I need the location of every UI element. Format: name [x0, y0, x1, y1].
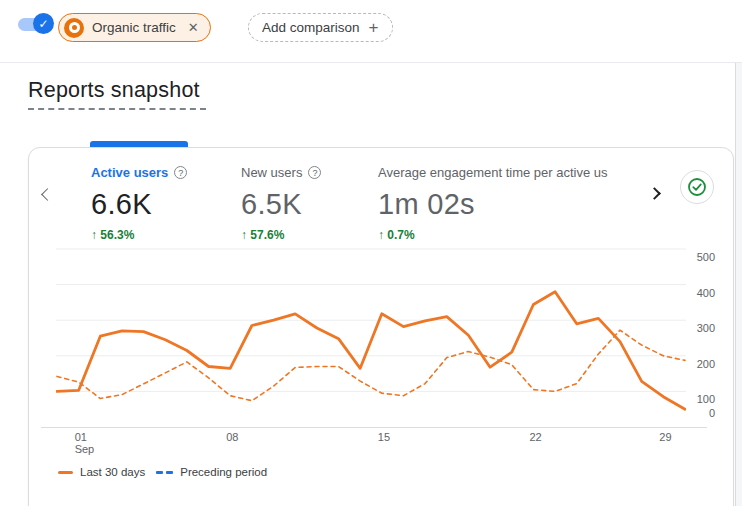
summary-card: Active users? 6.6K ↑ 56.3% New users? 6.… — [28, 147, 734, 506]
x-axis-tick-label: 29 — [659, 431, 671, 443]
metric-value: 1m 02s — [378, 188, 608, 221]
add-comparison-button[interactable]: Add comparison + — [248, 13, 393, 42]
comparison-chip-label: Organic traffic — [92, 20, 176, 35]
legend-label: Preceding period — [180, 466, 267, 478]
legend-dashed-line-icon — [156, 471, 173, 474]
toggle-check-icon: ✓ — [33, 13, 54, 34]
y-axis-tick-label: 100 — [687, 393, 715, 406]
page-title[interactable]: Reports snapshot — [28, 78, 206, 103]
metric-active-users[interactable]: Active users? 6.6K ↑ 56.3% — [91, 165, 187, 242]
metric-avg-engagement-time[interactable]: Average engagement time per active us 1m… — [378, 165, 608, 242]
metric-label[interactable]: New users — [241, 165, 302, 180]
top-toolbar: ✓ Organic traffic ✕ Add comparison + — [0, 0, 742, 62]
scroll-metrics-right-icon[interactable] — [648, 187, 661, 200]
toolbar-divider — [0, 62, 742, 63]
legend-solid-line-icon — [58, 471, 73, 474]
y-axis-tick-label: 300 — [687, 322, 715, 335]
y-axis-tick-label: 400 — [687, 287, 715, 300]
remove-comparison-icon[interactable]: ✕ — [188, 20, 199, 35]
scroll-metrics-left-icon[interactable] — [41, 188, 54, 201]
legend-label: Last 30 days — [80, 466, 145, 478]
chart-legend: Last 30 days Preceding period — [58, 466, 267, 478]
metric-label[interactable]: Active users — [91, 165, 168, 180]
legend-item-preceding-period: Preceding period — [156, 466, 267, 478]
x-axis-tick-label: 01Sep — [75, 431, 95, 455]
right-gutter — [735, 63, 742, 506]
metric-delta: ↑ 57.6% — [241, 228, 321, 242]
metric-new-users[interactable]: New users? 6.5K ↑ 57.6% — [241, 165, 321, 242]
help-icon[interactable]: ? — [308, 166, 321, 179]
comparison-toggle[interactable]: ✓ — [16, 13, 54, 35]
data-quality-badge[interactable] — [680, 170, 714, 204]
y-axis-tick-label: 0 — [687, 407, 715, 420]
help-icon[interactable]: ? — [174, 166, 187, 179]
metric-delta: ↑ 56.3% — [91, 228, 187, 242]
x-axis-tick-label: 15 — [378, 431, 390, 443]
green-check-circle-icon — [687, 177, 707, 197]
y-axis-tick-label: 500 — [687, 251, 715, 264]
metric-label[interactable]: Average engagement time per active us — [378, 165, 608, 180]
page-title-underline — [28, 108, 206, 110]
x-axis-tick-label: 08 — [226, 431, 238, 443]
metric-delta: ↑ 0.7% — [378, 228, 608, 242]
x-axis-tick-label: 22 — [529, 431, 541, 443]
legend-item-last-30-days: Last 30 days — [58, 466, 145, 478]
comparison-dot-icon — [64, 18, 84, 38]
line-chart-plot[interactable] — [56, 247, 686, 433]
add-comparison-label: Add comparison — [262, 20, 360, 35]
metric-value: 6.6K — [91, 188, 187, 221]
y-axis-tick-label: 200 — [687, 358, 715, 371]
plus-icon: + — [369, 19, 379, 36]
x-axis-line — [41, 427, 707, 428]
metric-value: 6.5K — [241, 188, 321, 221]
comparison-chip-organic-traffic[interactable]: Organic traffic ✕ — [58, 13, 211, 42]
